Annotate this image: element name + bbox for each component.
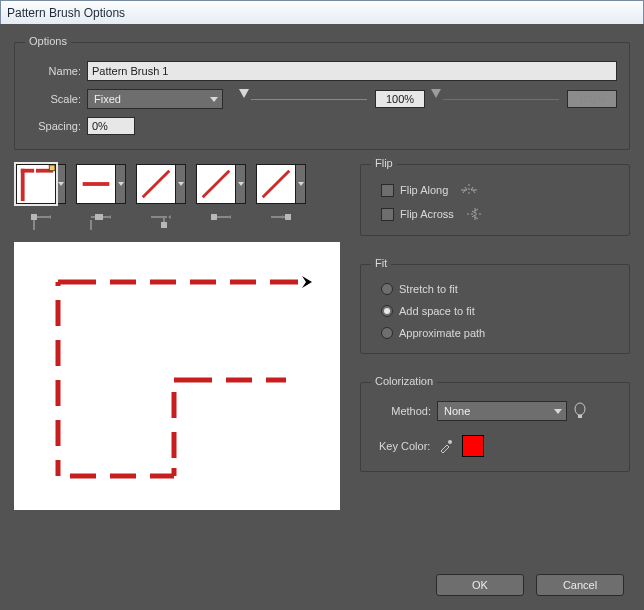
svg-rect-6 bbox=[83, 182, 110, 186]
side-schematic-icon bbox=[89, 212, 113, 232]
chevron-down-icon bbox=[210, 97, 218, 102]
side-tile[interactable] bbox=[76, 164, 116, 204]
flip-group: Flip Flip Along Flip Across bbox=[360, 164, 630, 236]
svg-rect-2 bbox=[21, 169, 25, 201]
method-value: None bbox=[444, 405, 470, 417]
side-tile-menu[interactable] bbox=[116, 164, 126, 204]
flip-along-icon bbox=[460, 183, 478, 197]
svg-marker-17 bbox=[302, 276, 312, 288]
svg-point-45 bbox=[448, 440, 452, 444]
window-title: Pattern Brush Options bbox=[7, 6, 125, 20]
spacing-input[interactable]: 0% bbox=[87, 117, 135, 135]
outer-corner-tile[interactable] bbox=[16, 164, 56, 204]
chevron-down-icon bbox=[554, 409, 562, 414]
svg-rect-3 bbox=[21, 169, 34, 173]
svg-rect-44 bbox=[578, 415, 582, 418]
fit-group: Fit Stretch to fit Add space to fit Appr… bbox=[360, 264, 630, 354]
svg-point-43 bbox=[575, 403, 585, 415]
chevron-down-icon bbox=[238, 182, 244, 186]
inner-corner-schematic-icon bbox=[149, 212, 173, 232]
fit-approx-label: Approximate path bbox=[399, 327, 485, 339]
scale-mode-value: Fixed bbox=[94, 93, 121, 105]
dialog-content: Options Name: Scale: Fixed 100% bbox=[0, 24, 644, 610]
scale-mode-select[interactable]: Fixed bbox=[87, 89, 223, 109]
colorization-legend: Colorization bbox=[371, 375, 437, 387]
spacing-label: Spacing: bbox=[27, 120, 81, 132]
outer-corner-schematic-icon bbox=[29, 212, 53, 232]
options-group: Options Name: Scale: Fixed 100% bbox=[14, 42, 630, 150]
slider-thumb-icon bbox=[431, 89, 441, 98]
end-schematic-icon bbox=[269, 212, 293, 232]
end-tile-menu[interactable] bbox=[296, 164, 306, 204]
ok-button[interactable]: OK bbox=[436, 574, 524, 596]
fit-stretch-radio[interactable] bbox=[381, 283, 393, 295]
flip-across-checkbox[interactable] bbox=[381, 208, 394, 221]
name-input[interactable] bbox=[87, 61, 617, 81]
tips-icon[interactable] bbox=[573, 402, 587, 420]
svg-rect-4 bbox=[49, 165, 55, 171]
svg-rect-16 bbox=[285, 214, 291, 220]
flip-legend: Flip bbox=[371, 157, 397, 169]
fit-approx-radio[interactable] bbox=[381, 327, 393, 339]
fit-addspace-label: Add space to fit bbox=[399, 305, 475, 317]
method-label: Method: bbox=[379, 405, 431, 417]
chevron-down-icon bbox=[178, 182, 184, 186]
fit-addspace-radio[interactable] bbox=[381, 305, 393, 317]
brush-preview bbox=[14, 242, 340, 510]
chevron-down-icon bbox=[58, 182, 64, 186]
chevron-down-icon bbox=[298, 182, 304, 186]
chevron-down-icon bbox=[118, 182, 124, 186]
svg-rect-7 bbox=[95, 214, 103, 220]
flip-along-label: Flip Along bbox=[400, 184, 448, 196]
start-tile[interactable] bbox=[196, 164, 236, 204]
cancel-button[interactable]: Cancel bbox=[536, 574, 624, 596]
svg-rect-10 bbox=[161, 222, 167, 228]
inner-corner-tile-menu[interactable] bbox=[176, 164, 186, 204]
inner-corner-tile[interactable] bbox=[136, 164, 176, 204]
colorization-group: Colorization Method: None Key Color: bbox=[360, 382, 630, 472]
start-schematic-icon bbox=[209, 212, 233, 232]
slider-track bbox=[443, 99, 559, 100]
scale-label: Scale: bbox=[27, 93, 81, 105]
name-label: Name: bbox=[27, 65, 81, 77]
slider-thumb-icon[interactable] bbox=[239, 89, 249, 98]
window-titlebar: Pattern Brush Options bbox=[1, 1, 643, 25]
start-tile-menu[interactable] bbox=[236, 164, 246, 204]
options-legend: Options bbox=[25, 35, 71, 47]
method-select[interactable]: None bbox=[437, 401, 567, 421]
key-color-swatch[interactable] bbox=[462, 435, 484, 457]
end-tile[interactable] bbox=[256, 164, 296, 204]
key-color-label: Key Color: bbox=[379, 440, 430, 452]
scale-max-value-field: 100% bbox=[567, 90, 617, 108]
outer-corner-tile-menu[interactable] bbox=[56, 164, 66, 204]
scale-max-slider bbox=[431, 89, 561, 109]
tile-selector-row bbox=[14, 164, 344, 232]
svg-rect-13 bbox=[211, 214, 217, 220]
scale-value-field[interactable]: 100% bbox=[375, 90, 425, 108]
flip-across-label: Flip Across bbox=[400, 208, 454, 220]
scale-slider[interactable] bbox=[239, 89, 369, 109]
flip-along-checkbox[interactable] bbox=[381, 184, 394, 197]
slider-track bbox=[251, 99, 367, 100]
fit-legend: Fit bbox=[371, 257, 391, 269]
eyedropper-icon[interactable] bbox=[438, 438, 454, 454]
flip-across-icon bbox=[466, 207, 484, 221]
fit-stretch-label: Stretch to fit bbox=[399, 283, 458, 295]
